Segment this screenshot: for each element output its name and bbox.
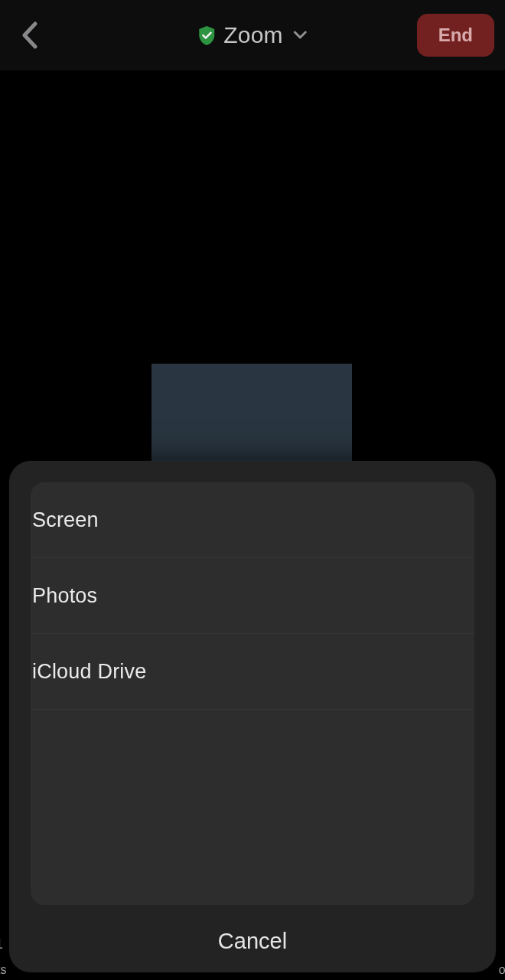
clip-mask [31,861,474,905]
action-sheet-list: Screen Photos iCloud Drive Dropbox Micro… [31,482,474,905]
option-label: Photos [32,584,97,608]
option-label: Screen [32,508,99,532]
option-label: iCloud Drive [32,660,146,684]
share-option-photos[interactable]: Photos [31,558,474,634]
share-option-screen[interactable]: Screen [31,482,474,558]
share-source-action-sheet: Screen Photos iCloud Drive Dropbox Micro… [9,461,496,972]
share-option-icloud-drive[interactable]: iCloud Drive [31,634,474,710]
share-option-sharepoint[interactable]: Microsoft SharePoint [31,861,474,905]
cancel-button[interactable]: Cancel [9,905,496,972]
